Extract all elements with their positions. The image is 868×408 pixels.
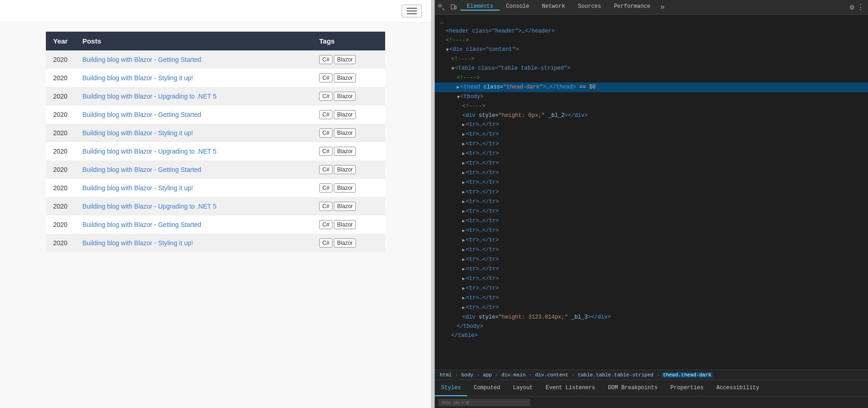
tab-console[interactable]: Console	[500, 3, 536, 11]
dom-line[interactable]: ▶<tr>…</tr>	[435, 139, 868, 149]
triangle-icon[interactable]: ▶	[462, 209, 465, 214]
device-toggle-icon[interactable]	[449, 3, 458, 11]
tag-badge[interactable]: Blazor	[334, 165, 356, 174]
bottom-tab-accessibility[interactable]: Accessibility	[710, 380, 766, 396]
triangle-icon[interactable]: ▶	[462, 238, 465, 243]
dom-line[interactable]: ▶<tr>…</tr>	[435, 226, 868, 236]
dom-line[interactable]: <!---->	[435, 36, 868, 45]
breadcrumb-item[interactable]: div.main	[500, 372, 527, 378]
tag-badge[interactable]: Blazor	[334, 147, 356, 156]
post-link[interactable]: Building blog with Blazor - Styling it u…	[83, 184, 193, 192]
triangle-icon[interactable]: ▶	[462, 248, 465, 253]
dom-line[interactable]: ▶<tr>…</tr>	[435, 149, 868, 159]
tag-badge[interactable]: C#	[319, 110, 332, 119]
post-link[interactable]: Building blog with Blazor - Styling it u…	[83, 129, 193, 137]
triangle-icon[interactable]: ▶	[462, 305, 465, 310]
triangle-icon[interactable]: ▶	[462, 171, 465, 176]
tag-badge[interactable]: Blazor	[334, 202, 356, 211]
dom-line[interactable]: ▶<tr>…</tr>	[435, 236, 868, 245]
post-link[interactable]: Building blog with Blazor - Upgrading to…	[83, 203, 216, 210]
triangle-icon[interactable]: ▶	[462, 228, 465, 233]
dom-line[interactable]: ▶<tr>…</tr>	[435, 216, 868, 226]
dom-line[interactable]: <!---->	[435, 102, 868, 111]
tag-badge[interactable]: C#	[319, 238, 332, 248]
bottom-tab-dom-breakpoints[interactable]: DOM Breakpoints	[602, 380, 664, 396]
post-link[interactable]: Building blog with Blazor - Styling it u…	[83, 74, 193, 82]
dom-line[interactable]: ▶<tr>…</tr>	[435, 207, 868, 216]
dom-line[interactable]: ▶<tr>…</tr>	[435, 130, 868, 139]
dom-line[interactable]: ▶<tr>…</tr>	[435, 284, 868, 293]
triangle-icon[interactable]: ▶	[454, 96, 462, 99]
breadcrumb-item[interactable]: table.table.table-striped	[576, 372, 655, 378]
dom-line[interactable]: <div style="height: 3123.814px;" _bl_3><…	[435, 313, 868, 322]
tag-badge[interactable]: Blazor	[334, 238, 356, 248]
triangle-icon[interactable]: ▶	[462, 276, 465, 281]
triangle-icon[interactable]: ▶	[462, 142, 465, 147]
breadcrumb-item[interactable]: app	[481, 372, 493, 378]
triangle-icon[interactable]: ▶	[462, 296, 465, 301]
tag-badge[interactable]: C#	[319, 165, 332, 174]
dom-line[interactable]: ▶<tr>…</tr>	[435, 303, 868, 313]
dom-line[interactable]: ▶<tr>…</tr>	[435, 245, 868, 255]
post-link[interactable]: Building blog with Blazor - Upgrading to…	[83, 93, 216, 100]
breadcrumb-item[interactable]: body	[460, 372, 475, 378]
dom-line[interactable]: ▶<tr>…</tr>	[435, 293, 868, 303]
tag-badge[interactable]: Blazor	[334, 220, 356, 229]
bottom-tab-properties[interactable]: Properties	[664, 380, 710, 396]
dom-line[interactable]: ▶<tr>…</tr>	[435, 187, 868, 197]
tab-performance[interactable]: Performance	[608, 3, 657, 11]
tab-sources[interactable]: Sources	[571, 3, 607, 11]
dom-line[interactable]: </table>	[435, 331, 868, 340]
triangle-icon[interactable]: ▶	[462, 180, 465, 185]
tag-badge[interactable]: C#	[319, 55, 332, 64]
triangle-icon[interactable]: ▶	[448, 67, 457, 70]
dom-line[interactable]: ▶<thead class="thead-dark">…</thead> == …	[435, 83, 868, 92]
tab-network[interactable]: Network	[536, 3, 571, 11]
tag-badge[interactable]: C#	[319, 220, 332, 229]
triangle-icon[interactable]: ▶	[462, 257, 465, 262]
filter-input[interactable]	[438, 399, 530, 406]
post-link[interactable]: Building blog with Blazor - Upgrading to…	[83, 148, 216, 155]
dom-line[interactable]: <header class="header">…</header>	[435, 27, 868, 36]
tag-badge[interactable]: Blazor	[334, 110, 356, 119]
dom-line[interactable]: ▶<tr>…</tr>	[435, 274, 868, 284]
dom-line[interactable]: ▶<tr>…</tr>	[435, 255, 868, 265]
dom-line[interactable]: ▶<table class="table table-striped">	[435, 64, 868, 73]
bottom-tab-layout[interactable]: Layout	[507, 380, 539, 396]
triangle-icon[interactable]: ▶	[462, 190, 465, 195]
triangle-icon[interactable]: ▶	[462, 161, 465, 166]
settings-icon[interactable]: ⚙	[850, 3, 854, 12]
dom-line[interactable]: ▶<tr>…</tr>	[435, 120, 868, 130]
dom-line[interactable]: <!---->	[435, 55, 868, 64]
tag-badge[interactable]: C#	[319, 202, 332, 211]
tag-badge[interactable]: C#	[319, 147, 332, 156]
dom-line[interactable]: ▶<tr>…</tr>	[435, 178, 868, 187]
dom-line[interactable]: ▶<tbody>	[435, 92, 868, 102]
triangle-icon[interactable]: ▶	[462, 267, 465, 272]
post-link[interactable]: Building blog with Blazor - Getting Star…	[83, 111, 201, 118]
inspect-icon[interactable]	[437, 3, 446, 11]
post-link[interactable]: Building blog with Blazor - Styling it u…	[83, 239, 193, 247]
triangle-icon[interactable]: ▶	[462, 132, 465, 137]
triangle-icon[interactable]: ▶	[443, 49, 451, 51]
bottom-tab-styles[interactable]: Styles	[435, 380, 467, 396]
tab-elements[interactable]: Elements	[460, 3, 500, 11]
dom-line[interactable]: ▶<tr>…</tr>	[435, 168, 868, 178]
tag-badge[interactable]: Blazor	[334, 55, 356, 64]
tag-badge[interactable]: Blazor	[334, 128, 356, 138]
dom-line[interactable]: <div style="height: 0px;" _bl_2></div>	[435, 111, 868, 120]
triangle-icon[interactable]: ▶	[462, 199, 465, 204]
bottom-tab-computed[interactable]: Computed	[467, 380, 507, 396]
post-link[interactable]: Building blog with Blazor - Getting Star…	[83, 56, 201, 63]
tag-badge[interactable]: C#	[319, 183, 332, 193]
tag-badge[interactable]: Blazor	[334, 183, 356, 193]
triangle-icon[interactable]: ▶	[462, 286, 465, 291]
more-options-icon[interactable]: ⋮	[857, 3, 864, 12]
dom-line[interactable]: <!---->	[435, 73, 868, 83]
more-tabs-button[interactable]: »	[657, 3, 669, 11]
dom-line[interactable]: ▶<div class="content">	[435, 45, 868, 55]
navbar-toggler-button[interactable]	[402, 5, 422, 17]
tag-badge[interactable]: Blazor	[334, 92, 356, 101]
triangle-icon[interactable]: ▶	[457, 83, 459, 92]
post-link[interactable]: Building blog with Blazor - Getting Star…	[83, 166, 201, 173]
